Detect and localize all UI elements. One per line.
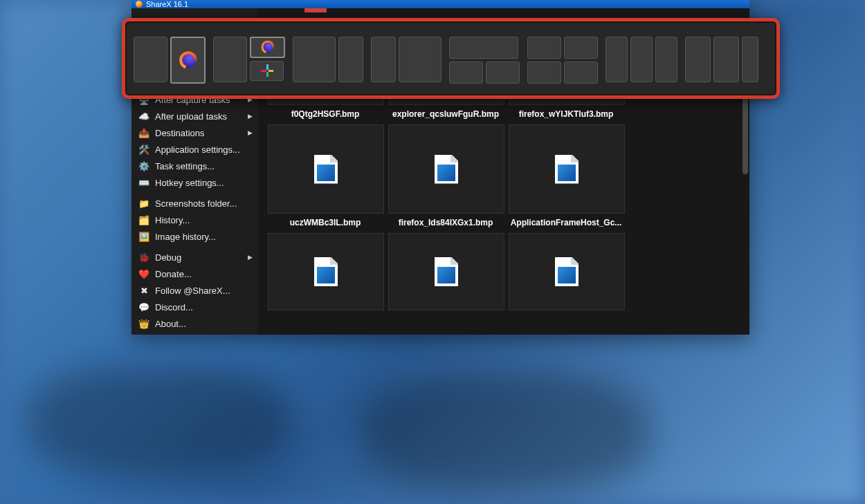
thumbnail (388, 124, 504, 214)
label: About... (155, 319, 186, 329)
thumbnail (509, 124, 625, 214)
sidebar-item-hotkey-settings[interactable]: ⌨️Hotkey settings... (131, 174, 258, 191)
x-icon: ✖ (138, 286, 149, 296)
filename: firefox_Ids84IXGx1.bmp (388, 218, 503, 227)
gear-icon: ⚙️ (138, 161, 149, 171)
label: Application settings... (155, 144, 240, 155)
history-icon: 🗂️ (138, 215, 149, 225)
filename: f0Qtg2HSGF.bmp (268, 109, 383, 119)
layout-narrow-wide[interactable] (371, 37, 441, 81)
layout-two-by-two[interactable] (527, 37, 598, 81)
folder-icon: 📁 (138, 198, 149, 209)
label: Donate... (155, 269, 192, 279)
cell[interactable] (564, 62, 598, 84)
thumbnail (268, 124, 384, 214)
heart-icon: ❤️ (138, 269, 149, 279)
sidebar-item-image-history[interactable]: 🖼️Image history... (131, 228, 258, 245)
filename: firefox_wYIJKTIuf3.bmp (509, 109, 623, 119)
tools-icon: 🛠️ (138, 144, 149, 155)
cell[interactable] (685, 37, 711, 82)
snap-layout-popup[interactable] (122, 18, 780, 99)
cell[interactable] (527, 37, 561, 59)
sidebar-item-donate[interactable]: ❤️Donate... (131, 265, 258, 282)
label: After upload tasks (155, 111, 227, 122)
layout-three-col-narrow-last[interactable] (685, 37, 758, 81)
gallery-item[interactable] (268, 233, 383, 310)
file-icon (435, 155, 458, 184)
thumbnail (268, 233, 384, 310)
label: Task settings... (155, 161, 215, 171)
cell[interactable] (713, 37, 739, 82)
cell[interactable] (371, 37, 396, 82)
gallery-item[interactable] (509, 233, 623, 310)
window-title: ShareX 16.1 (146, 0, 188, 8)
destinations-icon: 📤 (138, 128, 149, 138)
file-icon (435, 257, 458, 286)
slack-icon (261, 64, 273, 77)
label: Discord... (155, 302, 193, 312)
chevron-right-icon: ▶ (248, 113, 253, 120)
crown-icon: 👑 (138, 319, 149, 329)
cell[interactable] (527, 62, 561, 84)
cell[interactable] (134, 37, 167, 82)
layout-row-split-bottom[interactable] (449, 37, 520, 81)
titlebar[interactable]: ShareX 16.1 (131, 0, 749, 8)
layout-two-side[interactable] (134, 37, 206, 81)
file-icon (555, 257, 579, 286)
layout-one-plus-two[interactable] (213, 37, 285, 81)
sidebar-item-about[interactable]: 👑About... (131, 315, 258, 332)
filename: explorer_qcsIuwFguR.bmp (388, 109, 503, 119)
cell[interactable] (742, 37, 758, 82)
gallery-item[interactable]: uczWMBc3IL.bmp (268, 124, 383, 227)
cell[interactable] (293, 37, 336, 82)
sidebar-item-app-settings[interactable]: 🛠️Application settings... (131, 141, 258, 158)
discord-icon: 💬 (138, 302, 149, 312)
label: Hotkey settings... (155, 178, 224, 188)
red-accent (304, 8, 327, 12)
label: Destinations (155, 128, 205, 138)
upload-icon: ☁️ (138, 111, 149, 122)
minimize-button[interactable] (686, 0, 714, 8)
sidebar-item-screenshots-folder[interactable]: 📁Screenshots folder... (131, 195, 258, 212)
file-icon (555, 155, 579, 184)
bug-icon: 🐞 (138, 252, 149, 263)
thumbnail (388, 233, 504, 310)
cell[interactable] (564, 37, 598, 59)
filename: uczWMBc3IL.bmp (268, 218, 383, 227)
gallery-item[interactable]: firefox_Ids84IXGx1.bmp (388, 124, 503, 227)
label: History... (155, 215, 190, 225)
cell[interactable] (449, 62, 483, 84)
cell[interactable] (486, 62, 520, 84)
sidebar-item-follow[interactable]: ✖Follow @ShareX... (131, 282, 258, 299)
cell-selected[interactable] (170, 37, 206, 84)
cell[interactable] (630, 37, 653, 82)
cell[interactable] (213, 37, 247, 82)
keyboard-icon: ⌨️ (138, 178, 149, 188)
sidebar-item-discord[interactable]: 💬Discord... (131, 299, 258, 315)
sidebar-item-history[interactable]: 🗂️History... (131, 212, 258, 228)
cell[interactable] (655, 37, 677, 82)
cell[interactable] (399, 37, 441, 82)
cell[interactable] (449, 37, 518, 59)
cell[interactable] (250, 37, 285, 58)
thumbnail (509, 233, 625, 310)
firefox-icon (181, 53, 196, 68)
layout-wide-narrow[interactable] (293, 37, 363, 81)
sharex-window: ShareX 16.1 (131, 0, 749, 335)
app-icon (136, 1, 143, 8)
close-button[interactable] (718, 0, 745, 8)
sidebar-item-destinations[interactable]: 📤Destinations▶ (131, 124, 258, 141)
cell[interactable] (250, 61, 284, 81)
gallery-item[interactable] (388, 233, 503, 310)
chevron-right-icon: ▶ (248, 129, 253, 136)
sidebar-item-task-settings[interactable]: ⚙️Task settings... (131, 158, 258, 174)
chevron-right-icon: ▶ (248, 254, 253, 261)
sidebar-item-after-upload[interactable]: ☁️After upload tasks▶ (131, 108, 258, 124)
cell[interactable] (606, 37, 628, 82)
cell[interactable] (338, 37, 363, 82)
file-icon (314, 257, 338, 286)
label: Image history... (155, 232, 216, 242)
layout-three-col[interactable] (606, 37, 677, 81)
sidebar-item-debug[interactable]: 🐞Debug▶ (131, 249, 258, 265)
gallery-item[interactable]: ApplicationFrameHost_Gc... (509, 124, 623, 227)
